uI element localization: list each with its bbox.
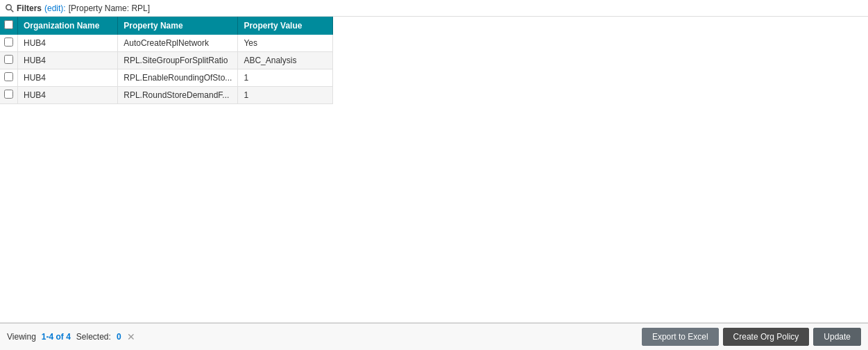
- table-header-row: Organization Name Property Name Property…: [0, 17, 333, 35]
- row-checkbox-cell[interactable]: [0, 35, 18, 52]
- active-filter-text: [Property Name: RPL]: [69, 3, 150, 13]
- table-row: HUB4AutoCreateRplNetworkYes: [0, 35, 333, 52]
- table-body: HUB4AutoCreateRplNetworkYesHUB4RPL.SiteG…: [0, 35, 333, 104]
- row-checkbox[interactable]: [4, 55, 13, 64]
- svg-line-1: [11, 9, 14, 12]
- table-row: HUB4RPL.SiteGroupForSplitRatioABC_Analys…: [0, 52, 333, 69]
- create-org-policy-button[interactable]: Create Org Policy: [723, 328, 810, 346]
- record-range: 1-4 of 4: [42, 332, 71, 342]
- clear-selection-icon[interactable]: ✕: [127, 331, 135, 342]
- filters-label: Filters: [17, 3, 42, 13]
- row-checkbox[interactable]: [4, 38, 13, 47]
- row-prop-value: 1: [238, 69, 333, 87]
- row-prop-value: 1: [238, 87, 333, 104]
- row-org-name: HUB4: [18, 87, 118, 104]
- row-prop-name: RPL.RoundStoreDemandF...: [118, 87, 238, 104]
- row-org-name: HUB4: [18, 52, 118, 69]
- viewing-label: Viewing: [7, 332, 36, 342]
- row-checkbox[interactable]: [4, 90, 13, 99]
- footer: Viewing 1-4 of 4 Selected: 0 ✕ Export to…: [0, 323, 868, 350]
- footer-actions: Export to Excel Create Org Policy Update: [642, 328, 861, 346]
- row-org-name: HUB4: [18, 35, 118, 52]
- filter-bar: Filters (edit): [Property Name: RPL]: [0, 0, 868, 17]
- table-row: HUB4RPL.RoundStoreDemandF...1: [0, 87, 333, 104]
- org-policy-table: Organization Name Property Name Property…: [0, 17, 333, 104]
- col-header-prop-value: Property Value: [238, 17, 333, 35]
- row-checkbox-cell[interactable]: [0, 87, 18, 104]
- svg-point-0: [6, 4, 12, 10]
- selected-label: Selected:: [76, 332, 111, 342]
- edit-filter-link[interactable]: (edit):: [44, 3, 66, 13]
- row-prop-name: AutoCreateRplNetwork: [118, 35, 238, 52]
- row-prop-name: RPL.SiteGroupForSplitRatio: [118, 52, 238, 69]
- table-scroll-area[interactable]: Organization Name Property Name Property…: [0, 17, 868, 323]
- search-icon: [6, 4, 14, 12]
- main-content: Organization Name Property Name Property…: [0, 17, 868, 323]
- table-row: HUB4RPL.EnableRoundingOfSto...1: [0, 69, 333, 87]
- row-checkbox-cell[interactable]: [0, 52, 18, 69]
- row-prop-value: Yes: [238, 35, 333, 52]
- select-all-header[interactable]: [0, 17, 18, 35]
- export-to-excel-button[interactable]: Export to Excel: [642, 328, 719, 346]
- row-checkbox-cell[interactable]: [0, 69, 18, 87]
- update-button[interactable]: Update: [813, 328, 861, 346]
- row-org-name: HUB4: [18, 69, 118, 87]
- footer-info: Viewing 1-4 of 4 Selected: 0 ✕: [7, 331, 135, 342]
- row-prop-name: RPL.EnableRoundingOfSto...: [118, 69, 238, 87]
- row-checkbox[interactable]: [4, 72, 13, 81]
- select-all-checkbox[interactable]: [4, 20, 13, 29]
- col-header-org-name: Organization Name: [18, 17, 118, 35]
- selected-count: 0: [117, 332, 121, 342]
- row-prop-value: ABC_Analysis: [238, 52, 333, 69]
- col-header-prop-name: Property Name: [118, 17, 238, 35]
